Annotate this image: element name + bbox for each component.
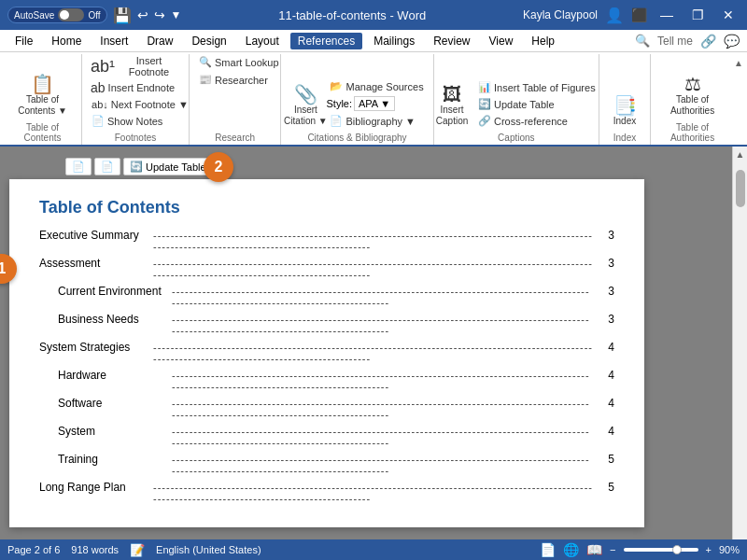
- insert-endnote-btn[interactable]: ab Insert Endnote: [88, 79, 177, 96]
- insert-table-figures-btn[interactable]: 📊 Insert Table of Figures: [474, 79, 599, 95]
- table-of-contents-btn[interactable]: 📋 Table ofContents ▼: [14, 73, 71, 119]
- authorities-group-label: Table of Authorities: [656, 120, 728, 145]
- bibliography-icon: 📄: [330, 115, 343, 127]
- comment-icon[interactable]: 💬: [724, 34, 740, 49]
- scroll-up-btn[interactable]: ▲: [733, 147, 747, 162]
- bibliography-btn[interactable]: 📄 Bibliography ▼: [326, 113, 427, 129]
- toc-dots-8: ----------------------------------------…: [170, 454, 596, 476]
- cross-reference-btn[interactable]: 🔗 Cross-reference: [474, 113, 599, 129]
- zoom-out-btn[interactable]: −: [610, 544, 615, 555]
- style-box[interactable]: APA ▼: [354, 96, 395, 111]
- toc-dots-1: ----------------------------------------…: [151, 258, 596, 280]
- minimize-btn[interactable]: —: [655, 6, 679, 24]
- style-value: APA: [359, 98, 378, 109]
- menu-help[interactable]: Help: [524, 33, 562, 49]
- show-notes-btn[interactable]: 📄 Show Notes: [88, 113, 166, 129]
- update-table-icon: 🔄: [478, 98, 491, 110]
- index-btn-label: Index: [613, 116, 636, 127]
- smart-lookup-icon: 🔍: [199, 56, 212, 68]
- doc-toolbar-icon2-btn[interactable]: 📄: [94, 158, 120, 175]
- menu-view[interactable]: View: [482, 33, 521, 49]
- toc-title: Table of Contents: [39, 198, 614, 217]
- toc-label-current-env: Current Environment: [58, 285, 170, 298]
- menu-file[interactable]: File: [7, 33, 40, 49]
- undo-icon[interactable]: ↩: [137, 7, 148, 22]
- proofing-icon[interactable]: 📝: [130, 543, 145, 557]
- view-reading-icon[interactable]: 📖: [586, 542, 602, 557]
- page-indicator[interactable]: Page 2 of 6: [7, 544, 60, 555]
- authorities-icon: ⚖: [684, 75, 701, 93]
- captions-group-label: Captions: [440, 131, 593, 145]
- style-label: Style:: [326, 98, 352, 109]
- insert-endnote-icon: ab: [91, 80, 106, 95]
- next-footnote-btn[interactable]: ab↓ Next Footnote ▼: [88, 97, 192, 112]
- ribbon-display-icon[interactable]: ⬛: [631, 7, 647, 22]
- autosave-label: AutoSave: [14, 10, 54, 21]
- autosave-toggle[interactable]: [58, 8, 84, 21]
- ribbon: 📋 Table ofContents ▼ Table of Contents a…: [0, 52, 747, 147]
- toc-label-executive-summary: Executive Summary: [39, 229, 151, 242]
- search-icon[interactable]: 🔍: [635, 34, 650, 48]
- toc-label-assessment: Assessment: [39, 257, 151, 270]
- index-icon: 📑: [613, 96, 637, 115]
- toc-page-0: 3: [596, 229, 614, 242]
- manage-sources-btn[interactable]: 📂 Manage Sources: [326, 78, 427, 94]
- index-btn[interactable]: 📑 Index: [606, 94, 643, 129]
- insert-footnote-label: Insert Footnote: [118, 55, 180, 77]
- menu-draw[interactable]: Draw: [139, 33, 180, 49]
- menu-mailings[interactable]: Mailings: [366, 33, 422, 49]
- menu-design[interactable]: Design: [184, 33, 233, 49]
- restore-btn[interactable]: ❐: [686, 6, 710, 24]
- word-count[interactable]: 918 words: [71, 544, 119, 555]
- zoom-slider[interactable]: [624, 548, 698, 552]
- menu-review[interactable]: Review: [426, 33, 477, 49]
- toc-page-4: 4: [596, 341, 614, 354]
- insert-citation-icon: 📎: [294, 85, 317, 104]
- share-icon[interactable]: 🔗: [700, 34, 716, 49]
- toc-page-9: 5: [596, 481, 614, 494]
- scroll-thumb[interactable]: [736, 170, 745, 207]
- title-bar-left: AutoSave Off 💾 ↩ ↪ ▼: [7, 7, 181, 24]
- toc-dots-4: ----------------------------------------…: [151, 342, 596, 364]
- research-group: 🔍 Smart Lookup 📰 Researcher Research: [190, 54, 281, 145]
- status-bar: Page 2 of 6 918 words 📝 English (United …: [0, 539, 747, 560]
- research-group-label: Research: [195, 131, 275, 145]
- tell-me-label[interactable]: Tell me: [657, 35, 693, 48]
- table-of-authorities-btn[interactable]: ⚖ Table ofAuthorities: [667, 73, 718, 119]
- insert-footnote-btn[interactable]: ab¹ Insert Footnote: [88, 54, 183, 78]
- autosave-state: Off: [88, 10, 100, 21]
- ribbon-expand-icon[interactable]: ▲: [734, 58, 743, 68]
- autosave-badge[interactable]: AutoSave Off: [7, 7, 107, 23]
- zoom-in-btn[interactable]: +: [706, 544, 712, 555]
- zoom-thumb[interactable]: [672, 545, 682, 554]
- researcher-btn[interactable]: 📰 Researcher: [195, 72, 272, 88]
- smart-lookup-btn[interactable]: 🔍 Smart Lookup: [195, 54, 282, 70]
- menu-layout[interactable]: Layout: [238, 33, 287, 49]
- insert-caption-btn[interactable]: 🖼 InsertCaption: [433, 83, 471, 129]
- save-icon[interactable]: 💾: [113, 7, 132, 24]
- menu-insert[interactable]: Insert: [92, 33, 135, 49]
- zoom-level[interactable]: 90%: [719, 544, 740, 555]
- smart-lookup-label: Smart Lookup: [215, 57, 278, 68]
- style-selector[interactable]: Style: APA ▼: [326, 96, 427, 111]
- redo-icon[interactable]: ↪: [154, 7, 165, 22]
- language[interactable]: English (United States): [156, 544, 261, 555]
- menu-home[interactable]: Home: [44, 33, 89, 49]
- view-web-icon[interactable]: 🌐: [563, 542, 579, 557]
- insert-citation-btn[interactable]: 📎 InsertCitation ▼: [287, 83, 324, 129]
- toc-entry-long-range: Long Range Plan ------------------------…: [39, 481, 614, 504]
- profile-icon[interactable]: 👤: [605, 7, 624, 24]
- view-print-icon[interactable]: 📄: [540, 542, 556, 557]
- customize-icon[interactable]: ▼: [171, 8, 182, 21]
- toc-entry-software: Software -------------------------------…: [39, 397, 614, 420]
- update-table-btn[interactable]: 🔄 Update Table: [474, 96, 599, 112]
- doc-toolbar-icon1-btn[interactable]: 📄: [65, 158, 92, 175]
- step-2-circle: 2: [204, 152, 233, 182]
- index-group: 📑 Index Index: [599, 54, 651, 145]
- menu-references[interactable]: References: [290, 33, 362, 49]
- close-btn[interactable]: ✕: [717, 6, 740, 24]
- vertical-scrollbar[interactable]: ▲: [732, 147, 747, 539]
- toc-page-6: 4: [596, 397, 614, 410]
- toc-page-5: 4: [596, 369, 614, 382]
- insert-table-figures-label: Insert Table of Figures: [494, 82, 596, 93]
